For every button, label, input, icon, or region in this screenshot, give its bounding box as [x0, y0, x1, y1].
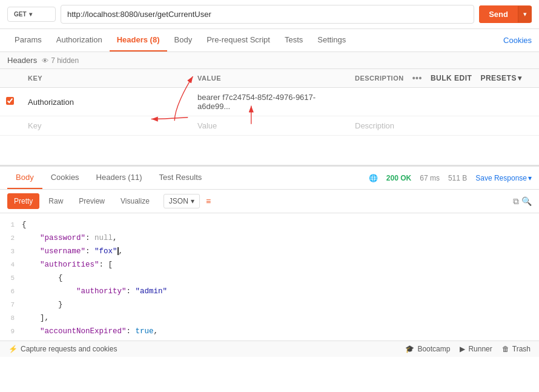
- tab-body[interactable]: Body: [167, 29, 200, 51]
- line-num-8: 8: [5, 313, 22, 324]
- json-val-accountnonexpired: true: [136, 327, 154, 336]
- url-input[interactable]: [61, 5, 474, 24]
- line-num-5: 5: [5, 273, 22, 284]
- trash-link[interactable]: 🗑 Trash: [502, 345, 531, 353]
- globe-icon: 🌐: [369, 174, 378, 182]
- tab-authorization[interactable]: Authorization: [49, 29, 110, 51]
- search-icon[interactable]: 🔍: [521, 196, 532, 206]
- json-key-password: "password": [40, 234, 85, 242]
- capture-link[interactable]: ⚡ Capture requests and cookies: [8, 345, 117, 353]
- runner-label: Runner: [468, 345, 492, 353]
- json-bracket-close: ],: [40, 314, 49, 322]
- table-header: KEY VALUE DESCRIPTION ••• Bulk Edit Pres…: [0, 69, 539, 88]
- json-line-8: 8 ],: [0, 311, 539, 325]
- save-response-button[interactable]: Save Response ▾: [475, 174, 532, 182]
- resp-tab-body[interactable]: Body: [7, 167, 42, 189]
- tab-tests[interactable]: Tests: [277, 29, 310, 51]
- top-tabs: Params Authorization Headers (8) Body Pr…: [0, 29, 539, 52]
- arrow-spacer: [0, 136, 539, 165]
- filter-icon[interactable]: ≡: [206, 196, 211, 206]
- bulk-edit-button[interactable]: Bulk Edit: [431, 74, 472, 82]
- runner-link[interactable]: ▶ Runner: [460, 345, 492, 353]
- presets-button[interactable]: Presets ▾: [480, 74, 521, 82]
- placeholder-key-cell[interactable]: Key: [22, 116, 191, 136]
- bootcamp-link[interactable]: 🎓 Bootcamp: [405, 345, 450, 353]
- json-line-5: 5 {: [0, 271, 539, 285]
- fmt-tab-raw[interactable]: Raw: [42, 193, 70, 209]
- hidden-count: 7 hidden: [51, 56, 79, 65]
- capture-icon: ⚡: [8, 345, 18, 353]
- line-num-9: 9: [5, 327, 22, 337]
- json-key-accountnonexpired: "accountNonExpired": [40, 327, 127, 336]
- response-section: Body Cookies Headers (11) Test Results 🌐…: [0, 165, 539, 341]
- capture-label: Capture requests and cookies: [21, 345, 117, 353]
- more-options-icon[interactable]: •••: [412, 73, 422, 83]
- th-key: KEY: [22, 69, 191, 88]
- json-line-6: 6 "authority": "admin": [0, 285, 539, 298]
- placeholder-check-cell: [0, 116, 22, 136]
- line-num-3: 3: [5, 247, 22, 257]
- line-num-1: 1: [5, 220, 22, 231]
- row-desc-cell: [349, 88, 539, 116]
- line-num-2: 2: [5, 233, 22, 244]
- placeholder-desc: Description: [355, 121, 394, 130]
- line-num-7: 7: [5, 300, 22, 311]
- format-row: Pretty Raw Preview Visualize JSON ▾ ≡ ⧉ …: [0, 190, 539, 213]
- headers-subrow: Headers 👁 7 hidden: [0, 52, 539, 69]
- cursor: [117, 247, 119, 255]
- headers-area: KEY VALUE DESCRIPTION ••• Bulk Edit Pres…: [0, 69, 539, 136]
- json-line-7: 7 }: [0, 298, 539, 311]
- fmt-tab-preview[interactable]: Preview: [72, 193, 111, 209]
- placeholder-value-cell[interactable]: Value: [191, 116, 349, 136]
- th-desc-label: DESCRIPTION: [355, 75, 404, 82]
- json-bracket-open: [: [108, 261, 113, 269]
- headers-label: Headers: [7, 56, 37, 65]
- send-button[interactable]: Send: [479, 5, 518, 23]
- placeholder-key: Key: [28, 121, 41, 130]
- tab-prerequest[interactable]: Pre-request Script: [199, 29, 277, 51]
- response-time: 67 ms: [420, 174, 440, 182]
- row-value[interactable]: bearer f7c24754-85f2-4976-9617-a6de99...: [197, 93, 316, 111]
- method-label: GET: [14, 11, 27, 18]
- url-bar: GET ▾ Send ▾: [0, 0, 539, 29]
- cookies-link[interactable]: Cookies: [503, 36, 532, 45]
- th-desc: DESCRIPTION ••• Bulk Edit Presets ▾: [349, 69, 539, 88]
- row-key-cell: Authorization: [22, 88, 191, 116]
- trash-icon: 🗑: [502, 345, 509, 353]
- bottom-bar: ⚡ Capture requests and cookies 🎓 Bootcam…: [0, 341, 539, 357]
- fmt-tab-visualize[interactable]: Visualize: [114, 193, 156, 209]
- trash-label: Trash: [512, 345, 531, 353]
- bootcamp-icon: 🎓: [405, 345, 414, 353]
- json-format-select[interactable]: JSON ▾: [164, 194, 200, 208]
- bootcamp-label: Bootcamp: [417, 345, 450, 353]
- hidden-badge: 👁 7 hidden: [42, 56, 79, 65]
- json-line-2: 2 "password": null,: [0, 231, 539, 245]
- table-row: Authorization bearer f7c24754-85f2-4976-…: [0, 88, 539, 116]
- presets-chevron-icon: ▾: [518, 74, 522, 82]
- resp-tab-cookies[interactable]: Cookies: [42, 167, 88, 189]
- json-val-authority: "admin": [136, 287, 168, 296]
- bottom-bar-right: 🎓 Bootcamp ▶ Runner 🗑 Trash: [405, 345, 531, 353]
- row-key[interactable]: Authorization: [28, 98, 74, 107]
- response-size: 511 B: [448, 174, 467, 182]
- json-line-1: 1 {: [0, 218, 539, 231]
- json-viewer-scroll[interactable]: 1 { 2 "password": null, 3 "username": "f…: [0, 213, 539, 341]
- json-format-label: JSON: [169, 197, 188, 205]
- tab-settings[interactable]: Settings: [310, 29, 353, 51]
- resp-tab-headers[interactable]: Headers (11): [88, 167, 151, 189]
- placeholder-desc-cell[interactable]: Description: [349, 116, 539, 136]
- row-checkbox[interactable]: [6, 97, 14, 105]
- line-num-10: 10: [5, 340, 22, 341]
- fmt-tab-pretty[interactable]: Pretty: [7, 193, 39, 209]
- resp-tab-testresults[interactable]: Test Results: [150, 167, 210, 189]
- placeholder-value: Value: [197, 121, 217, 130]
- send-dropdown-button[interactable]: ▾: [518, 6, 532, 22]
- tab-params[interactable]: Params: [7, 29, 49, 51]
- response-tabs: Body Cookies Headers (11) Test Results 🌐…: [0, 167, 539, 190]
- line-num-6: 6: [5, 287, 22, 297]
- json-val-username: "fox": [94, 247, 117, 256]
- tab-headers[interactable]: Headers (8): [110, 29, 167, 51]
- copy-icon[interactable]: ⧉: [513, 196, 519, 207]
- json-brace-inner: {: [58, 274, 63, 282]
- method-select[interactable]: GET ▾: [7, 7, 56, 22]
